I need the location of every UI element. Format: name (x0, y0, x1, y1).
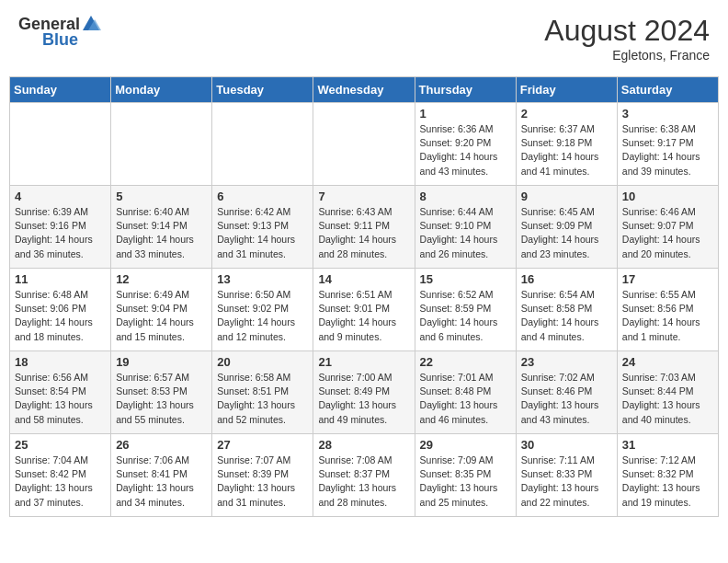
day-info: Sunrise: 6:51 AMSunset: 9:01 PMDaylight:… (318, 288, 409, 344)
day-of-week-header: Thursday (415, 77, 516, 103)
day-number: 18 (15, 355, 106, 369)
calendar-cell: 5Sunrise: 6:40 AMSunset: 9:14 PMDaylight… (111, 186, 212, 269)
day-info: Sunrise: 7:09 AMSunset: 8:35 PMDaylight:… (420, 454, 511, 510)
logo-icon (81, 14, 101, 34)
day-info: Sunrise: 7:03 AMSunset: 8:44 PMDaylight:… (622, 371, 713, 427)
calendar-cell: 15Sunrise: 6:52 AMSunset: 8:59 PMDayligh… (415, 269, 516, 351)
title-block: August 2024 Egletons, France (544, 14, 710, 63)
calendar-cell: 3Sunrise: 6:38 AMSunset: 9:17 PMDaylight… (617, 103, 718, 186)
day-info: Sunrise: 6:54 AMSunset: 8:58 PMDaylight:… (521, 288, 612, 344)
calendar-cell: 29Sunrise: 7:09 AMSunset: 8:35 PMDayligh… (415, 434, 516, 517)
day-number: 1 (420, 107, 511, 121)
day-of-week-header: Sunday (10, 77, 111, 103)
day-number: 29 (420, 438, 511, 452)
day-info: Sunrise: 6:42 AMSunset: 9:13 PMDaylight:… (217, 205, 308, 261)
day-of-week-header: Wednesday (313, 77, 415, 103)
day-info: Sunrise: 6:52 AMSunset: 8:59 PMDaylight:… (420, 288, 511, 344)
day-info: Sunrise: 7:01 AMSunset: 8:48 PMDaylight:… (420, 371, 511, 427)
day-info: Sunrise: 7:11 AMSunset: 8:33 PMDaylight:… (521, 454, 612, 510)
day-number: 5 (116, 190, 207, 203)
day-number: 31 (622, 438, 713, 452)
day-info: Sunrise: 7:04 AMSunset: 8:42 PMDaylight:… (15, 454, 106, 510)
day-info: Sunrise: 6:44 AMSunset: 9:10 PMDaylight:… (420, 205, 511, 261)
day-number: 8 (420, 190, 511, 203)
day-number: 9 (521, 190, 612, 203)
calendar-cell: 23Sunrise: 7:02 AMSunset: 8:46 PMDayligh… (516, 351, 617, 434)
calendar-cell: 21Sunrise: 7:00 AMSunset: 8:49 PMDayligh… (313, 351, 415, 434)
day-info: Sunrise: 6:40 AMSunset: 9:14 PMDaylight:… (116, 205, 207, 261)
location: Egletons, France (544, 48, 710, 63)
calendar-cell: 1Sunrise: 6:36 AMSunset: 9:20 PMDaylight… (415, 103, 516, 186)
day-info: Sunrise: 6:48 AMSunset: 9:06 PMDaylight:… (15, 288, 106, 344)
calendar-cell: 10Sunrise: 6:46 AMSunset: 9:07 PMDayligh… (617, 186, 718, 269)
calendar-cell: 14Sunrise: 6:51 AMSunset: 9:01 PMDayligh… (313, 269, 415, 351)
calendar-cell: 17Sunrise: 6:55 AMSunset: 8:56 PMDayligh… (617, 269, 718, 351)
day-number: 7 (318, 190, 409, 203)
day-info: Sunrise: 6:56 AMSunset: 8:54 PMDaylight:… (15, 371, 106, 427)
day-info: Sunrise: 7:00 AMSunset: 8:49 PMDaylight:… (318, 371, 409, 427)
day-number: 22 (420, 355, 511, 369)
calendar-cell: 13Sunrise: 6:50 AMSunset: 9:02 PMDayligh… (212, 269, 313, 351)
calendar-cell: 26Sunrise: 7:06 AMSunset: 8:41 PMDayligh… (111, 434, 212, 517)
calendar-cell: 9Sunrise: 6:45 AMSunset: 9:09 PMDaylight… (516, 186, 617, 269)
calendar-header: SundayMondayTuesdayWednesdayThursdayFrid… (10, 77, 719, 103)
calendar-cell: 30Sunrise: 7:11 AMSunset: 8:33 PMDayligh… (516, 434, 617, 517)
day-number: 28 (318, 438, 409, 452)
calendar-cell: 20Sunrise: 6:58 AMSunset: 8:51 PMDayligh… (212, 351, 313, 434)
calendar-cell: 22Sunrise: 7:01 AMSunset: 8:48 PMDayligh… (415, 351, 516, 434)
month-year: August 2024 (544, 14, 710, 48)
day-number: 30 (521, 438, 612, 452)
day-info: Sunrise: 6:39 AMSunset: 9:16 PMDaylight:… (15, 205, 106, 261)
day-number: 12 (116, 272, 207, 286)
day-number: 21 (318, 355, 409, 369)
calendar-cell: 6Sunrise: 6:42 AMSunset: 9:13 PMDaylight… (212, 186, 313, 269)
day-info: Sunrise: 6:36 AMSunset: 9:20 PMDaylight:… (420, 122, 511, 178)
day-info: Sunrise: 6:55 AMSunset: 8:56 PMDaylight:… (622, 288, 713, 344)
day-info: Sunrise: 6:45 AMSunset: 9:09 PMDaylight:… (521, 205, 612, 261)
page-header: General Blue August 2024 Egletons, Franc… (9, 9, 719, 67)
calendar-cell: 24Sunrise: 7:03 AMSunset: 8:44 PMDayligh… (617, 351, 718, 434)
day-number: 3 (622, 107, 713, 121)
day-info: Sunrise: 6:50 AMSunset: 9:02 PMDaylight:… (217, 288, 308, 344)
calendar-cell: 11Sunrise: 6:48 AMSunset: 9:06 PMDayligh… (10, 269, 111, 351)
day-info: Sunrise: 7:02 AMSunset: 8:46 PMDaylight:… (521, 371, 612, 427)
calendar-cell (212, 103, 313, 186)
day-info: Sunrise: 7:12 AMSunset: 8:32 PMDaylight:… (622, 454, 713, 510)
day-number: 17 (622, 272, 713, 286)
day-number: 13 (217, 272, 308, 286)
day-info: Sunrise: 6:57 AMSunset: 8:53 PMDaylight:… (116, 371, 207, 427)
day-number: 24 (622, 355, 713, 369)
day-info: Sunrise: 6:37 AMSunset: 9:18 PMDaylight:… (521, 122, 612, 178)
calendar-cell (313, 103, 415, 186)
day-info: Sunrise: 6:43 AMSunset: 9:11 PMDaylight:… (318, 205, 409, 261)
calendar-cell (111, 103, 212, 186)
calendar-cell: 18Sunrise: 6:56 AMSunset: 8:54 PMDayligh… (10, 351, 111, 434)
calendar-cell: 12Sunrise: 6:49 AMSunset: 9:04 PMDayligh… (111, 269, 212, 351)
day-info: Sunrise: 6:46 AMSunset: 9:07 PMDaylight:… (622, 205, 713, 261)
day-info: Sunrise: 7:06 AMSunset: 8:41 PMDaylight:… (116, 454, 207, 510)
day-of-week-header: Monday (111, 77, 212, 103)
day-of-week-header: Friday (516, 77, 617, 103)
calendar-cell: 31Sunrise: 7:12 AMSunset: 8:32 PMDayligh… (617, 434, 718, 517)
day-number: 26 (116, 438, 207, 452)
day-number: 20 (217, 355, 308, 369)
day-number: 6 (217, 190, 308, 203)
day-of-week-header: Tuesday (212, 77, 313, 103)
calendar-cell: 27Sunrise: 7:07 AMSunset: 8:39 PMDayligh… (212, 434, 313, 517)
day-number: 19 (116, 355, 207, 369)
day-number: 10 (622, 190, 713, 203)
calendar-cell: 25Sunrise: 7:04 AMSunset: 8:42 PMDayligh… (10, 434, 111, 517)
logo-blue: Blue (42, 30, 78, 50)
day-number: 14 (318, 272, 409, 286)
calendar-table: SundayMondayTuesdayWednesdayThursdayFrid… (9, 76, 719, 517)
calendar-cell: 16Sunrise: 6:54 AMSunset: 8:58 PMDayligh… (516, 269, 617, 351)
day-number: 2 (521, 107, 612, 121)
day-info: Sunrise: 6:49 AMSunset: 9:04 PMDaylight:… (116, 288, 207, 344)
day-of-week-header: Saturday (617, 77, 718, 103)
day-info: Sunrise: 7:08 AMSunset: 8:37 PMDaylight:… (318, 454, 409, 510)
day-info: Sunrise: 6:58 AMSunset: 8:51 PMDaylight:… (217, 371, 308, 427)
calendar-cell: 8Sunrise: 6:44 AMSunset: 9:10 PMDaylight… (415, 186, 516, 269)
calendar-cell: 28Sunrise: 7:08 AMSunset: 8:37 PMDayligh… (313, 434, 415, 517)
day-number: 27 (217, 438, 308, 452)
calendar-cell (10, 103, 111, 186)
